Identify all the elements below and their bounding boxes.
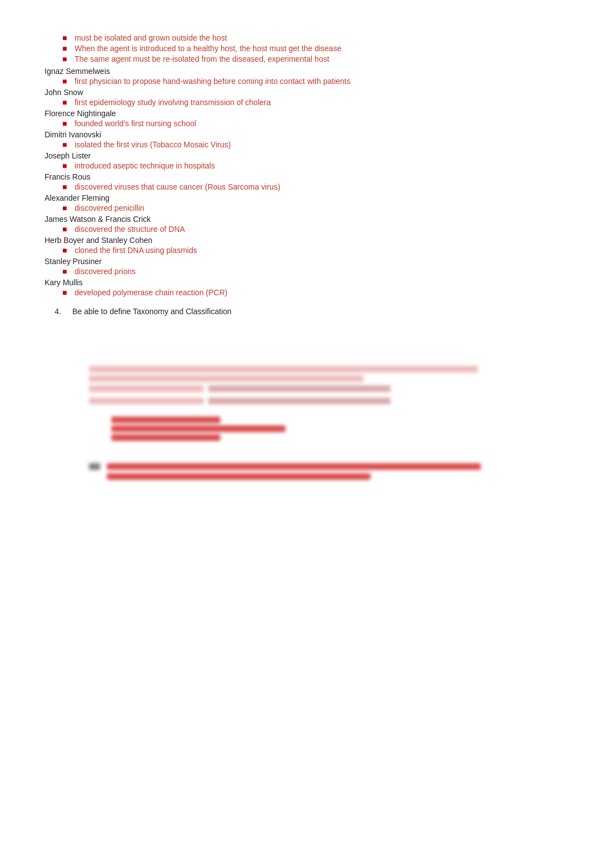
persons-list: Ignaz Semmelweis ■ first physician to pr… <box>45 67 546 297</box>
contribution-mullis: ■ developed polymerase chain reaction (P… <box>45 288 546 297</box>
person-stanley-prusiner: Stanley Prusiner ■ discovered prions <box>45 257 546 276</box>
contribution-text-rous: discovered viruses that cause cancer (Ro… <box>75 182 280 191</box>
bullet-icon-2: ■ <box>62 44 70 53</box>
person-kary-mullis: Kary Mullis ■ developed polymerase chain… <box>45 278 546 297</box>
person-name-lister: Joseph Lister <box>45 151 546 160</box>
blurred-content <box>45 360 546 492</box>
person-name-boyer: Herb Boyer and Stanley Cohen <box>45 236 546 245</box>
person-name-fleming: Alexander Fleming <box>45 194 546 202</box>
contribution-dimitri: ■ isolated the first virus (Tobacco Mosa… <box>45 140 546 149</box>
person-name-prusiner: Stanley Prusiner <box>45 257 546 266</box>
person-name-dimitri: Dimitri Ivanovski <box>45 130 546 139</box>
contribution-text-boyer: cloned the first DNA using plasmids <box>75 246 197 255</box>
contribution-text-florence: founded world’s first nursing school <box>75 119 196 128</box>
numbered-item-4: 4. Be able to define Taxonomy and Classi… <box>45 307 546 316</box>
person-name-snow: John Snow <box>45 88 546 97</box>
contribution-florence: ■ founded world’s first nursing school <box>45 119 546 128</box>
person-john-snow: John Snow ■ first epidemiology study inv… <box>45 88 546 107</box>
person-name-watson: James Watson & Francis Crick <box>45 215 546 224</box>
bullet-text-1: must be isolated and grown outside the h… <box>75 33 227 42</box>
contribution-fleming: ■ discovered penicillin <box>45 204 546 212</box>
bullet-text-2: When the agent is introduced to a health… <box>75 44 341 53</box>
bullet-icon-prusiner: ■ <box>62 267 70 276</box>
item-4-number: 4. <box>45 307 61 316</box>
person-alexander-fleming: Alexander Fleming ■ discovered penicilli… <box>45 194 546 212</box>
bullet-icon-1: ■ <box>62 33 70 42</box>
contribution-text-dimitri: isolated the first virus (Tobacco Mosaic… <box>75 140 231 149</box>
person-boyer-cohen: Herb Boyer and Stanley Cohen ■ cloned th… <box>45 236 546 255</box>
contribution-text-lister: introduced aseptic technique in hospital… <box>75 161 215 170</box>
contribution-ignaz: ■ first physician to propose hand-washin… <box>45 77 546 86</box>
bullet-icon-mullis: ■ <box>62 288 70 297</box>
contribution-rous: ■ discovered viruses that cause cancer (… <box>45 182 546 191</box>
contribution-snow: ■ first epidemiology study involving tra… <box>45 98 546 107</box>
person-florence-nightingale: Florence Nightingale ■ founded world’s f… <box>45 109 546 128</box>
person-francis-rous: Francis Rous ■ discovered viruses that c… <box>45 172 546 191</box>
contribution-text-ignaz: first physician to propose hand-washing … <box>75 77 351 86</box>
contribution-text-prusiner: discovered prions <box>75 267 136 276</box>
person-name-ignaz: Ignaz Semmelweis <box>45 67 546 76</box>
bullet-item-1: ■ must be isolated and grown outside the… <box>62 33 546 42</box>
person-ignaz-semmelweis: Ignaz Semmelweis ■ first physician to pr… <box>45 67 546 86</box>
bullet-text-3: The same agent must be re-isolated from … <box>75 54 329 63</box>
contribution-prusiner: ■ discovered prions <box>45 267 546 276</box>
bullet-icon-rous: ■ <box>62 182 70 191</box>
bullet-icon-boyer: ■ <box>62 246 70 255</box>
bullet-icon-dimitri: ■ <box>62 140 70 149</box>
bullet-icon-ignaz: ■ <box>62 77 70 86</box>
contribution-text-mullis: developed polymerase chain reaction (PCR… <box>75 288 228 297</box>
contribution-text-snow: first epidemiology study involving trans… <box>75 98 271 107</box>
top-bullets-section: ■ must be isolated and grown outside the… <box>45 33 546 63</box>
bullet-item-3: ■ The same agent must be re-isolated fro… <box>62 54 546 63</box>
contribution-lister: ■ introduced aseptic technique in hospit… <box>45 161 546 170</box>
contribution-boyer: ■ cloned the first DNA using plasmids <box>45 246 546 255</box>
bullet-icon-lister: ■ <box>62 161 70 170</box>
contribution-watson: ■ discovered the structure of DNA <box>45 225 546 234</box>
person-name-mullis: Kary Mullis <box>45 278 546 287</box>
person-watson-crick: James Watson & Francis Crick ■ discovere… <box>45 215 546 234</box>
person-dimitri-ivanovski: Dimitri Ivanovski ■ isolated the first v… <box>45 130 546 149</box>
bullet-item-2: ■ When the agent is introduced to a heal… <box>62 44 546 53</box>
bullet-icon-watson: ■ <box>62 225 70 234</box>
person-name-rous: Francis Rous <box>45 172 546 181</box>
item-4-text: Be able to define Taxonomy and Classific… <box>72 307 232 316</box>
contribution-text-fleming: discovered penicillin <box>75 204 144 212</box>
contribution-text-watson: discovered the structure of DNA <box>75 225 185 234</box>
person-joseph-lister: Joseph Lister ■ introduced aseptic techn… <box>45 151 546 170</box>
person-name-florence: Florence Nightingale <box>45 109 546 118</box>
bullet-icon-3: ■ <box>62 54 70 63</box>
bullet-icon-fleming: ■ <box>62 204 70 212</box>
bullet-icon-florence: ■ <box>62 119 70 128</box>
bullet-icon-snow: ■ <box>62 98 70 107</box>
